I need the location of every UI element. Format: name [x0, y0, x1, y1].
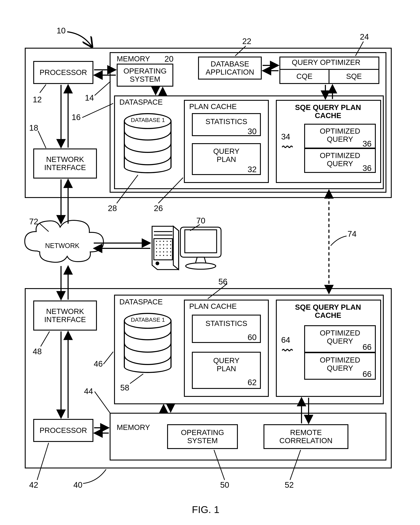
top-db-label: DATABASE 1: [131, 117, 165, 123]
ref-40: 40: [73, 481, 82, 489]
svg-point-8: [156, 244, 157, 245]
ref-28: 28: [108, 204, 117, 212]
bottom-remote-correlation: REMOTE CORRELATION: [264, 424, 348, 449]
ref-74: 74: [347, 230, 356, 238]
ref-70: 70: [196, 216, 205, 225]
svg-point-22: [170, 251, 171, 253]
label: STATISTICS: [205, 319, 247, 328]
network-label: NETWORK: [45, 242, 79, 250]
ref-10: 10: [57, 27, 66, 35]
svg-point-12: [170, 244, 171, 245]
svg-point-14: [160, 248, 161, 249]
svg-point-4: [160, 241, 161, 242]
label: QUERY PLAN: [213, 147, 240, 163]
label: REMOTE CORRELATION: [279, 429, 333, 445]
svg-point-19: [160, 251, 161, 253]
ref-66b: 66: [363, 370, 372, 378]
bottom-plan-cache-title: PLAN CACHE: [189, 302, 237, 310]
ref-58: 58: [120, 384, 129, 392]
diagram-canvas: PROCESSOR MEMORY OPERATING SYSTEM DATABA…: [0, 0, 420, 525]
ref-64: 64: [281, 336, 290, 344]
label: PROCESSOR: [40, 426, 87, 434]
ref-44: 44: [84, 387, 93, 395]
ref-26: 26: [154, 204, 163, 212]
ref-12: 12: [33, 95, 42, 103]
svg-point-27: [170, 255, 171, 256]
label: SQE: [346, 72, 362, 80]
bottom-sqe-cache-title: SQE QUERY PLAN CACHE: [286, 303, 370, 319]
bottom-processor: PROCESSOR: [33, 419, 93, 442]
bottom-network-interface: NETWORK INTERFACE: [33, 300, 97, 330]
ref-60: 60: [248, 333, 257, 341]
ref-66a: 66: [363, 343, 372, 351]
label: OPERATING SYSTEM: [181, 429, 224, 445]
svg-point-5: [163, 241, 164, 242]
top-processor: PROCESSOR: [33, 61, 93, 84]
svg-rect-2: [154, 239, 172, 260]
top-network-interface: NETWORK INTERFACE: [33, 149, 97, 178]
label: QUERY PLAN: [213, 356, 240, 373]
bottom-db-label: DATABASE 1: [131, 317, 165, 323]
top-db-app: DATABASE APPLICATION: [198, 56, 262, 80]
top-database: DATABASE 1: [124, 113, 172, 173]
bottom-memory-title: MEMORY: [117, 423, 150, 431]
svg-point-23: [156, 255, 157, 256]
ref-46: 46: [94, 360, 103, 368]
svg-point-11: [167, 244, 168, 245]
top-cqe: CQE: [279, 69, 329, 84]
top-sqe: SQE: [329, 69, 379, 84]
bottom-os: OPERATING SYSTEM: [167, 424, 238, 449]
figure-label: FIG. 1: [192, 504, 220, 515]
label: NETWORK INTERFACE: [44, 155, 86, 172]
svg-point-20: [163, 251, 164, 253]
svg-rect-29: [185, 230, 217, 253]
ref-62: 62: [248, 378, 257, 386]
top-dataspace-title: DATASPACE: [119, 98, 163, 106]
svg-point-21: [167, 251, 168, 253]
svg-point-6: [167, 241, 168, 242]
ref-36b: 36: [363, 164, 372, 172]
ref-18: 18: [29, 124, 38, 132]
top-memory-title: MEMORY: [117, 55, 150, 63]
tilde-34: 〰: [282, 141, 293, 154]
svg-point-18: [156, 251, 157, 253]
tilde-64: 〰: [282, 345, 293, 357]
label: NETWORK INTERFACE: [44, 307, 86, 324]
label: DATABASE APPLICATION: [206, 60, 254, 76]
svg-point-17: [170, 248, 171, 249]
ref-56: 56: [218, 278, 228, 286]
ref-48: 48: [33, 347, 42, 356]
bottom-database: DATABASE 1: [124, 313, 172, 373]
svg-point-3: [156, 241, 157, 242]
svg-point-9: [160, 244, 161, 245]
ref-22: 22: [242, 37, 251, 45]
svg-point-7: [170, 241, 171, 242]
label: OPTIMIZED QUERY: [320, 329, 360, 345]
svg-point-13: [156, 248, 157, 249]
ref-52: 52: [285, 481, 294, 489]
label: PROCESSOR: [40, 68, 87, 76]
label: OPTIMIZED QUERY: [320, 127, 360, 143]
svg-line-65: [190, 225, 200, 231]
bottom-dataspace-title: DATASPACE: [119, 298, 163, 306]
svg-line-64: [40, 224, 49, 232]
ref-20: 20: [164, 55, 173, 63]
ref-32: 32: [248, 165, 257, 173]
svg-point-15: [163, 248, 164, 249]
label: OPTIMIZED QUERY: [320, 151, 360, 168]
svg-point-24: [160, 255, 161, 256]
top-sqe-cache-title: SQE QUERY PLAN CACHE: [286, 103, 370, 120]
svg-point-16: [167, 248, 168, 249]
top-os: OPERATING SYSTEM: [117, 64, 173, 87]
ref-16: 16: [72, 113, 81, 121]
ref-14: 14: [85, 94, 94, 102]
ref-36a: 36: [363, 140, 372, 148]
label: OPERATING SYSTEM: [124, 67, 167, 83]
ref-42: 42: [29, 481, 38, 489]
label: STATISTICS: [205, 118, 247, 126]
svg-point-26: [167, 255, 168, 256]
label: CQE: [296, 72, 313, 80]
ref-30: 30: [248, 127, 257, 135]
svg-point-10: [163, 244, 164, 245]
top-qopt-label: QUERY OPTIMIZER: [292, 58, 360, 66]
